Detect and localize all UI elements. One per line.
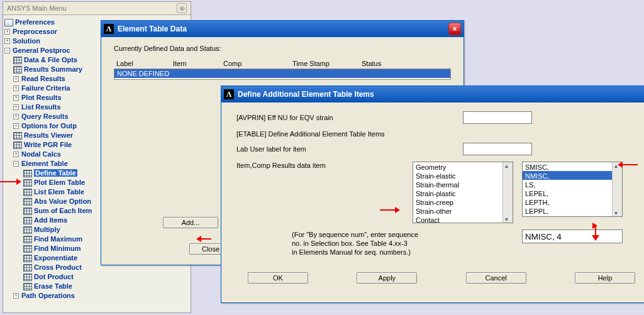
col-time: Time Stamp (292, 60, 362, 67)
table-icon (23, 236, 32, 243)
col-status: Status (362, 60, 381, 67)
list-option[interactable]: Contact (413, 215, 513, 223)
table-icon (23, 255, 32, 262)
comp-listbox[interactable]: SMISC,NMISC,LS,LEPEL,LEPTH,LEPPL, (522, 162, 623, 217)
ok-button[interactable]: OK (248, 272, 308, 284)
list-option[interactable]: NMISC, (523, 171, 622, 180)
window-define-etable: Λ Define Additional Element Table Items … (221, 86, 644, 303)
expand-icon[interactable]: + (4, 29, 10, 35)
table-icon (13, 57, 22, 64)
expand-icon[interactable]: + (13, 114, 19, 119)
hint1: (For "By sequence num", enter sequence (292, 231, 480, 238)
titlebar-etd[interactable]: Λ Element Table Data × (101, 21, 464, 37)
etd-columns: Label Item Comp Time Stamp Status (114, 60, 451, 67)
expand-icon[interactable]: + (4, 38, 10, 44)
list-option[interactable]: LEPEL, (523, 189, 622, 197)
table-icon (23, 274, 32, 281)
expand-icon[interactable]: + (13, 76, 19, 82)
table-icon (13, 141, 22, 149)
etd-subhead: Currently Defined Data and Status: (114, 45, 451, 52)
table-icon (13, 132, 22, 140)
expand-icon[interactable]: + (13, 104, 19, 110)
list-option[interactable]: LEPTH, (523, 197, 622, 206)
table-icon (23, 179, 32, 187)
lab-input[interactable] (463, 143, 532, 155)
list-option[interactable]: Strain-other (413, 206, 513, 215)
table-icon (23, 283, 32, 290)
col-label: Label (116, 60, 173, 67)
table-icon (23, 189, 32, 196)
ansys-logo-icon: Λ (224, 89, 234, 99)
main-menu-title: ANSYS Main Menu ⊗ (3, 2, 191, 15)
main-menu-title-text: ANSYS Main Menu (7, 4, 67, 12)
list-option[interactable]: LS, (523, 180, 622, 189)
table-icon (23, 207, 32, 215)
selection-input[interactable] (522, 229, 623, 243)
list-option[interactable]: Geometry (413, 162, 513, 171)
expand-icon[interactable]: + (13, 293, 19, 299)
annotation-arrow-add (197, 238, 211, 240)
close-icon[interactable]: × (448, 23, 461, 35)
table-icon (23, 170, 32, 177)
titlebar-def[interactable]: Λ Define Additional Element Table Items … (221, 86, 644, 102)
scrollbar-icon[interactable] (612, 162, 622, 216)
window-title-def: Define Additional Element Table Items (238, 90, 374, 99)
cancel-button[interactable]: Cancel (466, 272, 526, 284)
etable-label: [ETABLE] Define Additional Element Table… (236, 130, 644, 138)
table-icon (23, 198, 32, 206)
etd-row-none[interactable]: NONE DEFINED (114, 69, 450, 78)
list-option[interactable]: Strain-thermal (413, 180, 513, 189)
etd-table[interactable]: NONE DEFINED (114, 69, 451, 80)
help-button[interactable]: Help (575, 272, 635, 284)
expand-icon[interactable]: + (13, 152, 19, 157)
hint3: in Elements Manual for seq. numbers.) (292, 248, 480, 256)
annotation-arrowhead-selbox (592, 235, 599, 245)
avprin-input[interactable] (463, 111, 532, 124)
table-icon (23, 264, 32, 272)
expand-icon[interactable]: − (4, 48, 10, 53)
hint2: no. in Selection box. See Table 4.xx-3 (292, 240, 480, 247)
annotation-arrow-list2 (619, 164, 638, 165)
lab-label: Lab User label for item (236, 145, 413, 153)
expand-icon[interactable]: + (13, 86, 19, 91)
menu-collapse-icon[interactable]: ⊗ (177, 3, 187, 13)
menu-item-dot-product[interactable]: Dot Product (4, 272, 189, 282)
col-comp: Comp (223, 60, 292, 67)
add-button[interactable]: Add... (163, 217, 218, 228)
menu-item-path-operations[interactable]: +Path Operations (4, 291, 189, 301)
table-icon (23, 245, 32, 253)
menu-item-erase-table[interactable]: Erase Table (4, 282, 189, 291)
expand-icon[interactable]: − (13, 161, 19, 167)
table-icon (23, 217, 32, 224)
expand-icon[interactable]: + (13, 123, 19, 129)
table-icon (13, 66, 22, 74)
expand-icon[interactable]: + (13, 95, 19, 101)
document-icon (4, 19, 13, 26)
list-option[interactable]: Strain-plastic (413, 189, 513, 197)
ansys-logo-icon: Λ (104, 24, 114, 34)
scrollbar-icon[interactable] (502, 162, 513, 223)
avprin-label: [AVPRIN] Eff NU for EQV strain (236, 114, 413, 121)
col-item: Item (173, 60, 223, 67)
annotation-arrow-define-table (0, 181, 20, 182)
list-option[interactable]: Strain-creep (413, 197, 513, 206)
table-icon (23, 226, 32, 234)
list-option[interactable]: Strain-elastic (413, 171, 513, 180)
annotation-arrow-list1 (380, 209, 399, 211)
window-title-etd: Element Table Data (118, 25, 187, 33)
itemcomp-label: Item,Comp Results data item (236, 162, 413, 169)
item-listbox[interactable]: GeometryStrain-elasticStrain-thermalStra… (413, 162, 513, 223)
list-option[interactable]: SMISC, (523, 162, 622, 171)
list-option[interactable]: LEPPL, (523, 206, 622, 215)
apply-button[interactable]: Apply (357, 272, 417, 284)
